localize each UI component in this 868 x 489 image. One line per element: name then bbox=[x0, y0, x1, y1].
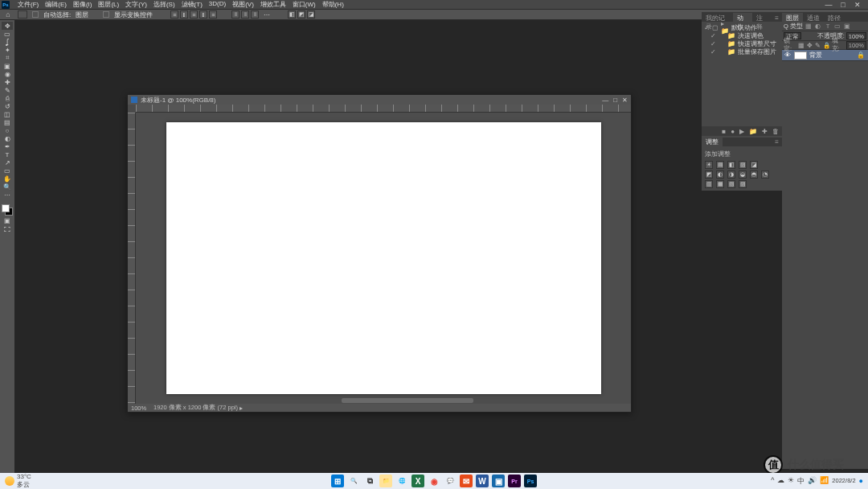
adjustment-preset-button[interactable]: ◔ bbox=[761, 171, 769, 179]
fill-field[interactable]: 100% bbox=[846, 41, 866, 50]
adjustment-preset-button[interactable]: ◩ bbox=[705, 171, 713, 179]
zoom-tool[interactable] bbox=[2, 183, 13, 191]
taskbar-search-button[interactable]: 🔍 bbox=[347, 475, 360, 487]
align-button[interactable]: ≡ bbox=[209, 10, 217, 18]
tray-icon[interactable]: ☁ bbox=[777, 476, 784, 487]
menu-item[interactable]: 窗口(W) bbox=[289, 0, 319, 9]
actions-footer-button[interactable]: 📁 bbox=[749, 128, 757, 135]
home-button[interactable]: ⌂ bbox=[3, 10, 13, 18]
opacity-field[interactable]: 100% bbox=[846, 32, 866, 39]
transform-controls-checkbox[interactable] bbox=[103, 11, 109, 18]
action-item[interactable]: ✓📁批量保存图片 bbox=[703, 47, 780, 55]
actions-tab[interactable]: 注释 bbox=[752, 13, 772, 22]
layers-tab[interactable]: 通道 bbox=[803, 13, 824, 22]
mode-button[interactable]: ◧ bbox=[288, 10, 296, 18]
align-button[interactable]: ⫿ bbox=[180, 10, 188, 18]
menu-item[interactable]: 文字(Y) bbox=[122, 0, 150, 9]
panel-menu-button[interactable]: ≡ bbox=[772, 138, 782, 146]
taskbar-explorer-button[interactable]: 📁 bbox=[379, 475, 392, 487]
menu-item[interactable]: 3D(D) bbox=[206, 0, 229, 9]
dodge-tool[interactable] bbox=[2, 134, 13, 142]
stamp-tool[interactable] bbox=[2, 94, 13, 102]
mode-button[interactable]: ◩ bbox=[297, 10, 305, 18]
eyedropper-tool[interactable] bbox=[2, 70, 13, 78]
menu-item[interactable]: 增效工具 bbox=[257, 0, 289, 9]
document-titlebar[interactable]: 未标题-1 @ 100%(RGB/8) — □ ✕ bbox=[128, 95, 631, 105]
taskbar-taskview-button[interactable]: ⧉ bbox=[363, 475, 376, 487]
adjustment-preset-button[interactable]: ▥ bbox=[705, 180, 713, 188]
actions-footer-button[interactable]: ✚ bbox=[762, 128, 768, 135]
eraser-tool[interactable] bbox=[2, 110, 13, 118]
zoom-field[interactable]: 100% bbox=[131, 405, 154, 412]
adjustment-preset-button[interactable]: ◓ bbox=[750, 171, 758, 179]
taskbar-edge-button[interactable]: 🌐 bbox=[395, 475, 408, 487]
filter-type-icon[interactable]: T bbox=[824, 23, 832, 30]
menu-item[interactable]: 图像(I) bbox=[70, 0, 96, 9]
path-select-tool[interactable] bbox=[2, 158, 13, 166]
align-button[interactable]: ⫿ bbox=[199, 10, 207, 18]
lock-pixels-icon[interactable]: ▦ bbox=[798, 42, 805, 49]
taskbar-app1-button[interactable]: ▣ bbox=[492, 475, 505, 487]
quick-mask-button[interactable]: ▣ bbox=[2, 216, 13, 224]
tray-icon[interactable]: ☀ bbox=[788, 476, 794, 487]
taskbar-chat-button[interactable]: 💬 bbox=[444, 475, 457, 487]
foreground-color-swatch[interactable] bbox=[2, 204, 10, 212]
auto-select-checkbox[interactable] bbox=[32, 11, 39, 18]
layers-tab[interactable]: 路径 bbox=[824, 13, 845, 22]
ruler-horizontal[interactable] bbox=[136, 105, 631, 113]
doc-maximize-button[interactable]: □ bbox=[613, 97, 617, 104]
lock-all-icon[interactable]: 🔒 bbox=[823, 42, 830, 49]
tray-icon[interactable]: 🔊 bbox=[808, 476, 817, 487]
notifications-button[interactable]: ● bbox=[859, 477, 863, 485]
action-item[interactable]: ✓📁快速调整尺寸 bbox=[703, 39, 780, 47]
action-dialog-icon[interactable]: ▢ bbox=[712, 24, 719, 31]
action-item[interactable]: ✓▢▸ 📁默认动作 bbox=[703, 23, 780, 31]
menu-item[interactable]: 帮助(H) bbox=[319, 0, 347, 9]
canvas[interactable] bbox=[166, 122, 601, 394]
taskbar-start-button[interactable]: ⊞ bbox=[331, 475, 344, 487]
adjustment-preset-button[interactable]: ◪ bbox=[750, 161, 758, 169]
layer-thumbnail[interactable] bbox=[794, 51, 807, 60]
brush-tool[interactable] bbox=[2, 86, 13, 94]
distribute-button[interactable]: ⫴ bbox=[251, 10, 259, 18]
menu-item[interactable]: 视图(V) bbox=[229, 0, 257, 9]
lock-paint-icon[interactable]: ✎ bbox=[814, 42, 821, 49]
taskbar-pr-button[interactable]: Pr bbox=[508, 475, 521, 487]
actions-tab[interactable]: 动作 bbox=[733, 13, 752, 22]
screen-mode-button[interactable]: ⛶ bbox=[2, 225, 13, 233]
auto-select-dropdown[interactable]: 图层 bbox=[76, 10, 88, 19]
move-tool[interactable] bbox=[2, 22, 13, 30]
options-more-button[interactable]: ⋯ bbox=[264, 11, 270, 18]
adjustment-preset-button[interactable]: ◒ bbox=[739, 171, 747, 179]
taskbar-weather[interactable]: 33°C 多云 bbox=[0, 473, 36, 489]
adjustment-preset-button[interactable]: ▧ bbox=[727, 180, 735, 188]
align-button[interactable]: ≡ bbox=[190, 10, 198, 18]
action-item[interactable]: ✓📁决速调色 bbox=[703, 31, 780, 39]
lock-position-icon[interactable]: ✥ bbox=[806, 42, 813, 49]
lasso-tool[interactable] bbox=[2, 38, 13, 46]
actions-footer-button[interactable]: 🗑 bbox=[772, 128, 779, 135]
history-brush-tool[interactable] bbox=[2, 102, 13, 110]
taskbar-ps-button[interactable]: Ps bbox=[524, 475, 537, 487]
color-swatches[interactable] bbox=[2, 204, 13, 216]
actions-footer-button[interactable]: ■ bbox=[722, 128, 726, 135]
action-check-icon[interactable]: ✓ bbox=[710, 48, 716, 55]
rect-marquee-tool[interactable] bbox=[2, 30, 13, 38]
active-tool-indicator[interactable] bbox=[18, 10, 27, 18]
shape-tool[interactable] bbox=[2, 166, 13, 175]
adjustment-preset-button[interactable]: ▨ bbox=[739, 180, 747, 188]
layer-row[interactable]: 👁 背景 🔒 bbox=[782, 50, 868, 61]
healing-tool[interactable] bbox=[2, 78, 13, 86]
filter-shape-icon[interactable]: ▭ bbox=[833, 23, 841, 30]
adjustment-preset-button[interactable]: ▨ bbox=[739, 161, 747, 169]
taskbar-date[interactable]: 2022/8/2 bbox=[832, 478, 855, 484]
panel-menu-button[interactable]: ≡ bbox=[772, 14, 782, 22]
taskbar-mail-button[interactable]: ✉ bbox=[460, 475, 473, 487]
align-button[interactable]: ≡ bbox=[170, 10, 178, 18]
filter-image-icon[interactable]: ▦ bbox=[805, 23, 813, 30]
actions-footer-button[interactable]: ▶ bbox=[739, 128, 744, 135]
mode-button[interactable]: ◪ bbox=[307, 10, 315, 18]
pen-tool[interactable] bbox=[2, 142, 13, 150]
layer-filter-label[interactable]: Q 类型 bbox=[784, 23, 803, 31]
doc-close-button[interactable]: ✕ bbox=[622, 97, 628, 104]
